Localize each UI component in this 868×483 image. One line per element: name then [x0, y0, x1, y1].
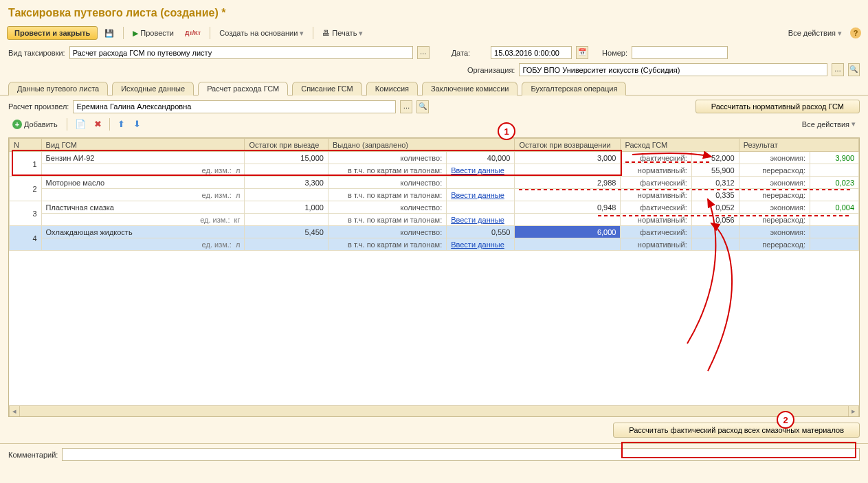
tab-commission[interactable]: Комиссия [366, 82, 418, 96]
table-subrow[interactable]: ед. изм.: лв т.ч. по картам и талонам:Вв… [10, 164, 859, 177]
copy-row-button[interactable]: 📄 [72, 117, 89, 131]
scroll-track[interactable] [20, 406, 848, 416]
org-select-button[interactable]: … [832, 63, 843, 76]
separator [210, 27, 210, 39]
post-and-close-button[interactable]: Провести и закрыть [7, 26, 98, 40]
create-based-button[interactable]: Создать на основании [215, 27, 308, 39]
col-balance-back[interactable]: Остаток при возвращении [515, 139, 621, 152]
magnifier-icon: 🔍 [419, 102, 427, 110]
move-up-button[interactable]: ⬆ [115, 117, 128, 131]
enter-data-link[interactable]: Ввести данные [451, 191, 504, 199]
col-issued[interactable]: Выдано (заправлено) [328, 139, 515, 152]
tab-accounting[interactable]: Бухгалтерская операция [522, 82, 626, 96]
scroll-right-icon[interactable]: ▸ [848, 406, 859, 416]
table-subrow[interactable]: ед. изм.: лв т.ч. по картам и талонам:Вв… [10, 238, 859, 251]
table-row[interactable]: 4Охлаждающая жидкость5,450количество:0,5… [10, 226, 859, 238]
field-row-top: Вид таксировки: … Дата: 📅 Номер: [0, 44, 868, 61]
col-result[interactable]: Результат [739, 139, 858, 152]
performer-input[interactable] [73, 100, 396, 113]
bottom-button-row: Рассчитать фактический расход всех смазо… [0, 417, 868, 443]
tax-type-input[interactable] [69, 46, 413, 59]
delete-row-button[interactable]: ✖ [91, 117, 104, 131]
copy-icon: 📄 [75, 119, 86, 129]
add-label: Добавить [24, 120, 58, 128]
comment-row: Комментарий: [0, 443, 868, 467]
date-input[interactable] [491, 46, 572, 59]
date-label: Дата: [452, 49, 470, 57]
separator [313, 27, 313, 39]
performer-select-button[interactable]: … [400, 100, 412, 113]
number-input[interactable] [632, 46, 728, 59]
col-balance-out[interactable]: Остаток при выезде [245, 139, 329, 152]
calc-norm-button[interactable]: Рассчитать нормативный расход ГСМ [695, 100, 860, 113]
print-button[interactable]: 🖶 Печать [318, 27, 367, 39]
tab-conclusion[interactable]: Заключение комиссии [422, 82, 518, 96]
tab-bar: Данные путевого листа Исходные данные Ра… [0, 78, 868, 96]
table-subrow[interactable]: ед. изм.: кгв т.ч. по картам и талонам:В… [10, 214, 859, 226]
comment-input[interactable] [62, 448, 860, 461]
col-type[interactable]: Вид ГСМ [41, 139, 245, 152]
delete-icon: ✖ [94, 119, 102, 129]
org-view-button[interactable]: 🔍 [848, 63, 860, 76]
post-icon: ▶ [133, 29, 138, 38]
field-row-org: Организация: … 🔍 [0, 61, 868, 78]
printer-icon: 🖶 [322, 29, 330, 37]
post-label: Провести [140, 29, 174, 37]
disk-icon: 💾 [104, 29, 114, 38]
table-row[interactable]: 1Бензин АИ-9215,000количество:40,0003,00… [10, 152, 859, 164]
col-n[interactable]: N [10, 139, 42, 152]
enter-data-link[interactable]: Ввести данные [451, 166, 504, 175]
separator [109, 118, 110, 131]
move-down-button[interactable]: ⬇ [131, 117, 144, 131]
scroll-left-icon[interactable]: ◂ [9, 406, 20, 416]
date-calendar-button[interactable]: 📅 [576, 46, 588, 59]
dtct-icon: Дт/Кт [185, 30, 201, 36]
help-icon[interactable]: ? [850, 27, 861, 38]
table-row[interactable]: 3Пластичная смазка1,000количество:0,948ф… [10, 201, 859, 214]
org-input[interactable] [519, 63, 827, 76]
grid-blank-area [9, 251, 859, 405]
h-scrollbar[interactable]: ◂ ▸ [9, 405, 859, 416]
enter-data-link[interactable]: Ввести данные [451, 240, 504, 249]
grid-all-actions-button[interactable]: Все действия [798, 118, 860, 130]
separator [123, 27, 124, 39]
table-row[interactable]: 2Моторное масло3,300количество:2,988факт… [10, 177, 859, 189]
arrow-up-icon: ⬆ [118, 119, 125, 129]
separator [67, 118, 67, 131]
org-label: Организация: [467, 66, 515, 74]
tax-type-label: Вид таксировки: [8, 49, 65, 57]
print-label: Печать [332, 29, 357, 37]
grid-container: N Вид ГСМ Остаток при выезде Выдано (зап… [8, 137, 860, 417]
grid-toolbar: + Добавить 📄 ✖ ⬆ ⬇ Все действия [8, 116, 860, 133]
comment-label: Комментарий: [8, 451, 58, 459]
calc-fact-button[interactable]: Рассчитать фактический расход всех смазо… [613, 423, 860, 438]
magnifier-icon: 🔍 [849, 65, 858, 73]
tab-content: Расчет произвел: … 🔍 Рассчитать норматив… [0, 96, 868, 137]
col-consumption[interactable]: Расход ГСМ [621, 139, 739, 152]
arrow-down-icon: ⬇ [133, 119, 141, 129]
fuel-grid[interactable]: N Вид ГСМ Остаток при выезде Выдано (зап… [9, 138, 859, 251]
add-row-button[interactable]: + Добавить [8, 118, 62, 131]
tab-source-data[interactable]: Исходные данные [112, 82, 194, 96]
all-actions-button[interactable]: Все действия [784, 27, 846, 39]
tab-waybill-data[interactable]: Данные путевого листа [8, 82, 108, 96]
enter-data-link[interactable]: Ввести данные [451, 216, 504, 224]
performer-view-button[interactable]: 🔍 [416, 100, 429, 113]
number-label: Номер: [602, 49, 627, 57]
page-title: Таксировка путевого листа (создание) * [0, 0, 868, 25]
table-subrow[interactable]: ед. изм.: лв т.ч. по картам и талонам:Вв… [10, 189, 859, 201]
dtct-button[interactable]: Дт/Кт [181, 28, 205, 38]
tab-fuel-calc[interactable]: Расчет расхода ГСМ [198, 82, 288, 96]
header-row: N Вид ГСМ Остаток при выезде Выдано (зап… [10, 139, 859, 152]
plus-icon: + [12, 120, 22, 129]
performer-label: Расчет произвел: [8, 102, 69, 111]
post-button[interactable]: ▶ Провести [129, 27, 178, 39]
save-button[interactable]: 💾 [100, 27, 118, 39]
calendar-icon: 📅 [578, 48, 586, 56]
main-toolbar: Провести и закрыть 💾 ▶ Провести Дт/Кт Со… [0, 25, 868, 44]
tax-type-select-button[interactable]: … [417, 46, 430, 59]
tab-writeoff[interactable]: Списание ГСМ [292, 82, 362, 96]
